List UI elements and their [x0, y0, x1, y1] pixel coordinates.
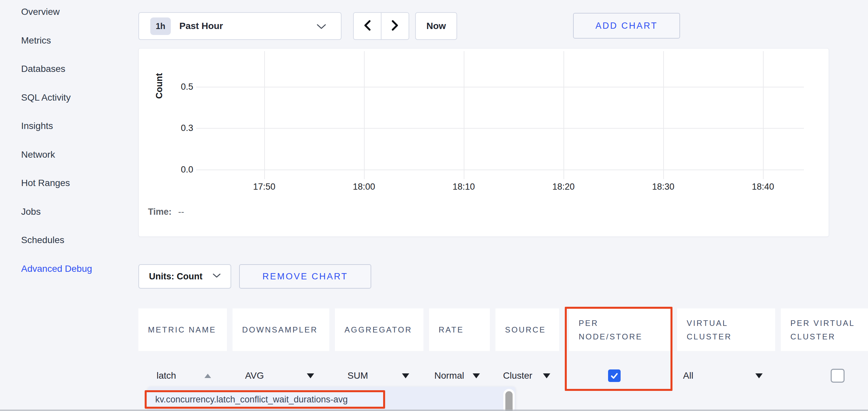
x-tick-label: 18:40: [740, 182, 786, 192]
metric-name-input[interactable]: latch: [157, 364, 176, 387]
chevron-down-icon: [316, 24, 326, 31]
y-tick-label: 0.5: [157, 81, 193, 93]
column-header-downsampler: DOWNSAMPLER: [232, 308, 329, 351]
chevron-left-icon: [363, 20, 372, 33]
x-tick-label: 18:10: [441, 182, 487, 192]
source-arrow-icon[interactable]: [543, 364, 550, 387]
custom-chart-card: Count 0.5 0.3 0.0 17:50 18:00 18:10 18:2…: [138, 48, 829, 237]
prev-time-button[interactable]: [354, 13, 381, 39]
time-range-selector[interactable]: 1h Past Hour: [138, 12, 342, 40]
sidebar-item-metrics[interactable]: Metrics: [21, 26, 92, 55]
metric-suggestion-item[interactable]: kv.concurrency.latch_conflict_wait_durat…: [145, 390, 385, 409]
metric-config-row: latch AVG SUM Normal Cluster All: [138, 364, 868, 387]
column-header-rate: RATE: [429, 308, 490, 351]
x-tick-label: 18:20: [540, 182, 587, 192]
per-node-store-checkbox[interactable]: [608, 370, 621, 382]
time-readout-label: Time:: [148, 207, 172, 217]
sidebar-item-jobs[interactable]: Jobs: [21, 198, 92, 226]
sidebar-item-network[interactable]: Network: [21, 140, 92, 169]
column-header-source: SOURCE: [495, 308, 559, 351]
metric-name-dropdown-open-icon[interactable]: [205, 364, 211, 387]
time-readout: Time: --: [148, 207, 184, 217]
remove-chart-button[interactable]: REMOVE CHART: [239, 264, 371, 288]
units-select-label: Units: Count: [149, 271, 203, 282]
time-range-badge: 1h: [150, 18, 171, 35]
dropdown-scrollbar-thumb[interactable]: [505, 391, 513, 411]
y-tick-label: 0.3: [157, 122, 193, 134]
virtual-cluster-select[interactable]: All: [683, 364, 693, 387]
downsampler-arrow-icon[interactable]: [307, 364, 314, 387]
sidebar-item-databases[interactable]: Databases: [21, 55, 92, 83]
rate-select[interactable]: Normal: [434, 364, 464, 387]
per-virtual-cluster-checkbox[interactable]: [831, 369, 844, 383]
aggregator-arrow-icon[interactable]: [402, 364, 409, 387]
chevron-down-icon: [212, 273, 221, 280]
chevron-right-icon: [391, 20, 400, 33]
custom-chart-debug-page: Overview Metrics Databases SQL Activity …: [0, 0, 868, 411]
sidebar-item-hot-ranges[interactable]: Hot Ranges: [21, 169, 92, 198]
aggregator-select[interactable]: SUM: [347, 364, 368, 387]
window-bottom-edge: [0, 410, 868, 411]
column-header-virtual-cluster: VIRTUAL CLUSTER: [677, 308, 775, 351]
sidebar-item-schedules[interactable]: Schedules: [21, 226, 92, 255]
column-header-per-node-store: PER NODE/STORE: [569, 308, 672, 351]
units-select[interactable]: Units: Count: [138, 264, 231, 288]
next-time-button[interactable]: [381, 13, 409, 39]
time-range-label: Past Hour: [179, 21, 223, 31]
dropdown-scrollbar-track[interactable]: [503, 389, 515, 411]
sidebar-item-insights[interactable]: Insights: [21, 112, 92, 140]
sidebar-item-advanced-debug[interactable]: Advanced Debug: [21, 255, 92, 283]
x-tick-label: 18:30: [640, 182, 686, 192]
column-header-per-virtual-cluster: PER VIRTUAL CLUSTER: [781, 308, 868, 351]
sidebar-nav: Overview Metrics Databases SQL Activity …: [21, 0, 92, 283]
virtual-cluster-arrow-icon[interactable]: [755, 364, 763, 387]
y-tick-label: 0.0: [157, 164, 193, 175]
sidebar-item-sql-activity[interactable]: SQL Activity: [21, 83, 92, 112]
time-readout-value: --: [178, 207, 184, 217]
time-step-buttons: [353, 12, 409, 40]
source-select[interactable]: Cluster: [503, 364, 532, 387]
x-tick-label: 17:50: [241, 182, 287, 192]
downsampler-select[interactable]: AVG: [245, 364, 264, 387]
chart-plot-area[interactable]: [196, 51, 804, 178]
column-header-aggregator: AGGREGATOR: [335, 308, 424, 351]
add-chart-button[interactable]: ADD CHART: [573, 13, 680, 39]
column-header-metric-name: METRIC NAME: [138, 308, 227, 351]
x-tick-label: 18:00: [341, 182, 387, 192]
rate-arrow-icon[interactable]: [473, 364, 480, 387]
sidebar-item-overview[interactable]: Overview: [21, 0, 92, 26]
now-button[interactable]: Now: [415, 12, 457, 40]
